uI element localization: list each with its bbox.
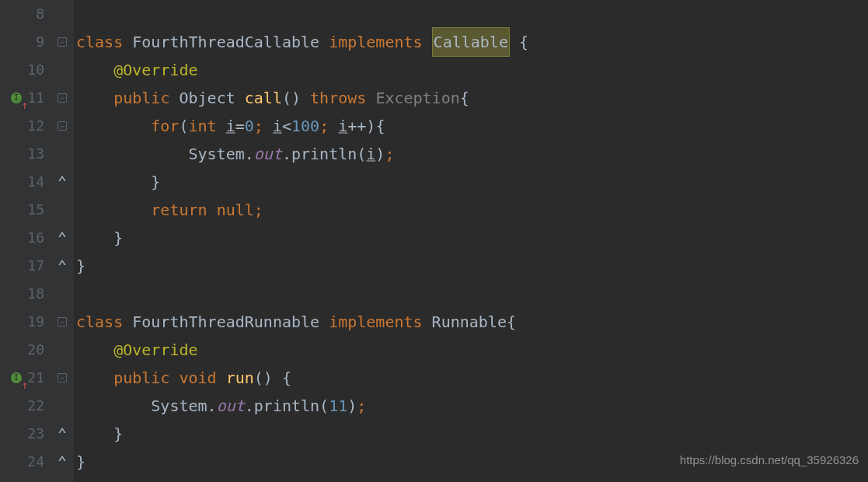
line-number: 21	[27, 364, 44, 392]
line-number-gutter: 8 9 10 I↑11 12 13 14 15 16 17 18 19 20 I…	[0, 0, 51, 482]
override-marker-icon[interactable]: I↑	[11, 372, 22, 383]
fold-end-icon[interactable]: ⌃	[58, 458, 66, 466]
code-line: class FourthThreadRunnable implements Ru…	[76, 308, 868, 336]
line-number: 10	[27, 56, 44, 84]
watermark-text: https://blog.csdn.net/qq_35926326	[680, 446, 859, 474]
code-line: public Object call() throws Exception{	[76, 84, 868, 112]
line-number: 22	[27, 392, 44, 420]
override-marker-icon[interactable]: I↑	[11, 93, 22, 103]
line-number: 18	[27, 280, 44, 308]
line-number: 8	[27, 0, 44, 28]
code-line	[76, 280, 868, 308]
code-line: }	[76, 168, 868, 196]
code-line: public void run() {	[76, 364, 868, 392]
fold-toggle-icon[interactable]: −	[58, 37, 67, 47]
line-number: 24	[27, 448, 44, 476]
code-line: }	[76, 224, 868, 252]
line-number: 16	[27, 224, 44, 252]
code-content[interactable]: class FourthThreadCallable implements Ca…	[74, 0, 868, 482]
line-number: 14	[27, 168, 44, 196]
code-line: return null;	[76, 196, 868, 224]
line-number: 20	[27, 336, 44, 364]
highlighted-text: Callable	[432, 27, 510, 57]
code-line: @Override	[76, 336, 868, 364]
fold-end-icon[interactable]: ⌃	[58, 262, 66, 270]
code-line: class FourthThreadCallable implements Ca…	[76, 28, 868, 56]
code-line: public class FourthTest {	[76, 476, 868, 482]
line-number: 19	[27, 308, 44, 336]
line-number: 23	[27, 420, 44, 448]
fold-end-icon[interactable]: ⌃	[58, 178, 66, 186]
code-editor: 8 9 10 I↑11 12 13 14 15 16 17 18 19 20 I…	[0, 0, 868, 482]
fold-toggle-icon[interactable]: −	[58, 93, 67, 103]
code-line: for(int i=0; i<100; i++){	[76, 112, 868, 140]
line-number: 13	[27, 140, 44, 168]
fold-toggle-icon[interactable]: −	[58, 121, 67, 131]
code-line: System.out.println(11);	[76, 392, 868, 420]
fold-end-icon[interactable]: ⌃	[58, 234, 66, 242]
fold-end-icon[interactable]: ⌃	[58, 430, 66, 438]
code-line: }	[76, 252, 868, 280]
fold-toggle-icon[interactable]: −	[58, 373, 67, 382]
code-line: }	[76, 420, 868, 448]
line-number: 9	[27, 28, 44, 56]
line-number: 12	[27, 112, 44, 140]
line-number: 25	[27, 476, 44, 482]
code-line: System.out.println(i);	[76, 140, 868, 168]
line-number: 17	[27, 252, 44, 280]
code-line	[76, 0, 868, 28]
line-number: 15	[27, 196, 44, 224]
line-number: 11	[27, 84, 44, 112]
fold-gutter: − − − ⌃ ⌃ ⌃ − − ⌃ ⌃ −	[51, 0, 74, 482]
fold-toggle-icon[interactable]: −	[58, 317, 67, 327]
code-line: @Override	[76, 56, 868, 84]
